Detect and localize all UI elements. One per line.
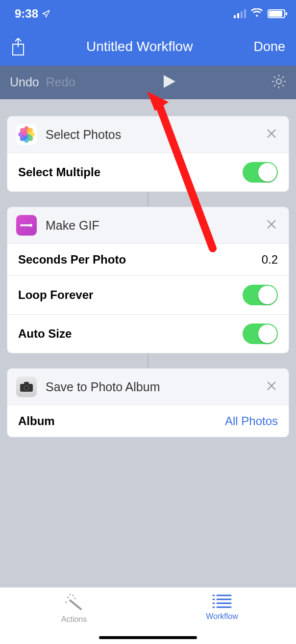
tab-label: Workflow xyxy=(206,612,238,621)
row-album[interactable]: Album All Photos xyxy=(7,405,289,437)
row-label: Select Multiple xyxy=(18,165,243,179)
page-title: Untitled Workflow xyxy=(86,39,193,54)
delete-action-button[interactable] xyxy=(263,377,280,397)
row-label: Seconds Per Photo xyxy=(18,253,262,267)
svg-point-21 xyxy=(70,594,71,595)
tab-bar: Actions Workflow xyxy=(0,587,296,644)
svg-point-1 xyxy=(276,79,281,84)
card-title: Select Photos xyxy=(46,128,254,142)
svg-point-17 xyxy=(68,597,69,598)
svg-line-9 xyxy=(282,77,284,78)
connector xyxy=(148,192,148,207)
tab-workflow[interactable]: Workflow xyxy=(148,593,296,621)
svg-point-19 xyxy=(66,602,67,603)
workflow-canvas: Select Photos Select Multiple Make GIF xyxy=(0,99,296,587)
undo-button[interactable]: Undo xyxy=(10,75,39,89)
svg-point-20 xyxy=(74,598,76,599)
svg-line-16 xyxy=(70,600,81,609)
cell-signal-icon xyxy=(234,9,246,18)
tab-actions[interactable]: Actions xyxy=(0,593,148,624)
delete-action-button[interactable] xyxy=(263,215,280,235)
card-title: Make GIF xyxy=(46,218,254,233)
connector xyxy=(148,353,148,368)
nav-bar: Untitled Workflow Done xyxy=(0,27,296,66)
toolbar: Undo Redo xyxy=(0,66,296,99)
redo-button: Redo xyxy=(46,75,75,89)
camera-app-icon xyxy=(16,376,37,397)
wand-icon xyxy=(64,593,84,613)
action-card-save-album: Save to Photo Album Album All Photos xyxy=(7,368,289,437)
status-bar: 9:38 xyxy=(0,0,296,27)
svg-point-11 xyxy=(29,224,32,227)
share-button[interactable] xyxy=(11,37,25,56)
wifi-icon xyxy=(251,8,263,19)
svg-line-7 xyxy=(282,85,284,86)
delete-action-button[interactable] xyxy=(263,125,280,144)
list-icon xyxy=(211,593,233,610)
select-multiple-toggle[interactable] xyxy=(243,162,278,183)
svg-point-15 xyxy=(25,386,28,389)
battery-icon xyxy=(268,9,285,18)
row-value: 0.2 xyxy=(262,253,278,267)
action-card-make-gif: Make GIF Seconds Per Photo 0.2 Loop Fore… xyxy=(7,207,289,353)
svg-point-18 xyxy=(73,595,74,596)
location-icon xyxy=(42,7,50,21)
status-time: 9:38 xyxy=(15,7,38,21)
svg-line-8 xyxy=(274,85,275,86)
row-auto-size: Auto Size xyxy=(7,314,289,353)
row-label: Auto Size xyxy=(18,327,243,341)
row-seconds-per-photo[interactable]: Seconds Per Photo 0.2 xyxy=(7,243,289,275)
card-title: Save to Photo Album xyxy=(46,380,254,394)
tab-label: Actions xyxy=(61,615,87,624)
loop-forever-toggle[interactable] xyxy=(243,285,278,305)
done-button[interactable]: Done xyxy=(253,39,285,54)
photos-app-icon xyxy=(16,124,37,145)
auto-size-toggle[interactable] xyxy=(243,323,278,344)
row-select-multiple: Select Multiple xyxy=(7,153,289,191)
row-value: All Photos xyxy=(225,414,278,428)
settings-button[interactable] xyxy=(271,74,286,91)
action-card-select-photos: Select Photos Select Multiple xyxy=(7,116,289,192)
svg-line-6 xyxy=(274,77,275,78)
home-indicator[interactable] xyxy=(99,636,197,639)
make-gif-icon xyxy=(16,215,37,236)
row-loop-forever: Loop Forever xyxy=(7,275,289,314)
row-label: Album xyxy=(18,414,225,428)
play-button[interactable] xyxy=(163,74,176,91)
svg-rect-13 xyxy=(24,382,29,385)
svg-rect-10 xyxy=(20,224,30,226)
row-label: Loop Forever xyxy=(18,288,243,302)
